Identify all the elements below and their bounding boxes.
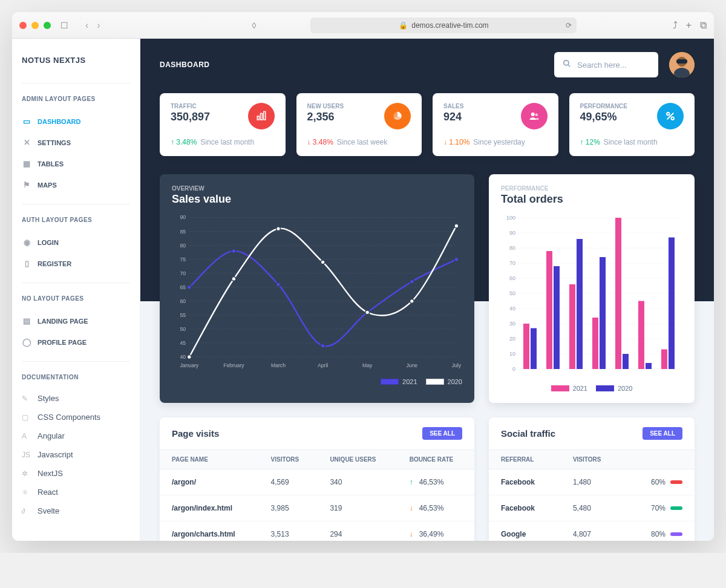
tabs-icon[interactable]: ⧉: [700, 20, 707, 31]
delta-since: Since last week: [337, 138, 387, 146]
sidebar-section-auth: AUTH LAYOUT PAGES: [22, 217, 130, 223]
maximize-window-icon[interactable]: [44, 22, 51, 29]
chart-overline: OVERVIEW: [172, 185, 462, 192]
table-row: /argon/index.html 3,985 319 ↓ 46,53%: [160, 495, 474, 521]
new-tab-icon[interactable]: +: [686, 20, 692, 31]
tools-icon: ✕: [22, 138, 31, 147]
bounce-rate: ↓ 46,53%: [397, 495, 474, 521]
delta-value: ↓ 1.10%: [443, 138, 469, 146]
doc-item-svelte[interactable]: ∂Svelte: [22, 501, 130, 520]
stat-card: TRAFFIC 350,897 ↑ 3.48% Since last month: [160, 93, 286, 156]
svg-point-54: [365, 310, 370, 315]
sidebar-item-dashboard[interactable]: ▭DASHBOARD: [22, 111, 130, 132]
doc-item-styles[interactable]: ✎Styles: [22, 389, 130, 408]
pie-chart-icon: [384, 103, 411, 129]
svg-rect-8: [263, 112, 265, 120]
paint-icon: ✎: [22, 394, 31, 403]
doc-item-angular[interactable]: AAngular: [22, 426, 130, 445]
svg-text:20: 20: [509, 336, 515, 342]
svg-text:75: 75: [180, 256, 186, 263]
react-icon: ⚛: [22, 488, 31, 497]
shield-icon[interactable]: ◊: [248, 19, 260, 31]
svg-text:10: 10: [509, 351, 515, 357]
unique-users: 319: [318, 495, 397, 521]
doc-item-nextjs[interactable]: ✲NextJS: [22, 464, 130, 483]
svg-text:50: 50: [180, 326, 186, 332]
delta-since: Since last month: [604, 138, 658, 146]
share-icon[interactable]: ⤴: [673, 20, 678, 31]
svg-point-52: [276, 227, 281, 231]
back-icon[interactable]: ‹: [83, 20, 91, 31]
svg-text:February: February: [223, 362, 244, 368]
legend-item: 2020: [596, 385, 632, 392]
bar-chart-icon: [248, 103, 275, 129]
forward-icon[interactable]: ›: [94, 20, 102, 31]
svg-rect-6: [257, 116, 259, 120]
close-window-icon[interactable]: [19, 22, 27, 29]
sidebar-item-profile[interactable]: ◯PROFILE PAGE: [22, 332, 130, 353]
svg-point-10: [535, 114, 538, 117]
bounce-rate: ↑ 46,53%: [397, 469, 474, 495]
doc-item-react[interactable]: ⚛React: [22, 483, 130, 501]
url-bar[interactable]: 🔒 demos.creative-tim.com ⟳: [310, 18, 577, 33]
sidebar-section-nolayout: NO LAYOUT PAGES: [22, 295, 130, 302]
chart-overline: PERFORMANCE: [501, 185, 682, 192]
svg-point-12: [667, 113, 670, 116]
table-title: Page visits: [172, 428, 219, 439]
svg-text:70: 70: [180, 270, 186, 276]
browser-chrome: ☐ ‹ › ◊ 🔒 demos.creative-tim.com ⟳ ⤴ + ⧉: [12, 12, 714, 39]
table-row: Facebook 5,480 70%: [489, 495, 695, 521]
svg-text:45: 45: [180, 340, 186, 346]
svg-text:80: 80: [180, 243, 186, 249]
sidebar-item-login[interactable]: ◉LOGIN: [22, 232, 130, 253]
see-all-button[interactable]: SEE ALL: [643, 427, 682, 440]
stat-value: 924: [443, 111, 463, 123]
search-box[interactable]: [554, 52, 658, 77]
svg-text:40: 40: [509, 305, 515, 312]
svg-rect-79: [523, 324, 529, 369]
svg-rect-87: [615, 218, 621, 369]
delta-value: ↑ 12%: [580, 138, 600, 146]
sidebar-toggle-icon[interactable]: ☐: [57, 19, 72, 31]
minimize-window-icon[interactable]: [31, 22, 39, 29]
svg-line-1: [568, 65, 571, 67]
stat-value: 2,356: [307, 111, 344, 123]
visitors: 4,807: [561, 521, 626, 541]
svg-rect-91: [661, 350, 667, 370]
svg-text:55: 55: [180, 312, 186, 318]
sidebar-item-maps[interactable]: ⚑MAPS: [22, 174, 130, 195]
brand-logo[interactable]: NOTUS NEXTJS: [22, 56, 130, 65]
reload-icon[interactable]: ⟳: [566, 21, 572, 30]
user-circle-icon: ◯: [22, 338, 31, 347]
page-title: DASHBOARD: [160, 60, 210, 69]
avatar[interactable]: [669, 52, 695, 77]
doc-item-css[interactable]: ▢CSS Components: [22, 408, 130, 426]
see-all-button[interactable]: SEE ALL: [422, 427, 462, 440]
stat-value: 350,897: [171, 111, 210, 123]
legend-item: 2021: [381, 378, 417, 385]
svg-text:July: July: [452, 362, 462, 368]
search-input[interactable]: [577, 60, 679, 70]
sidebar-section-docs: DOCUMENTATION: [22, 374, 130, 381]
chart-title: Total orders: [501, 193, 682, 206]
referral: Facebook: [489, 469, 561, 495]
newspaper-icon: ▤: [22, 316, 31, 325]
sidebar-item-landing[interactable]: ▤LANDING PAGE: [22, 310, 130, 332]
svg-rect-86: [600, 257, 606, 369]
doc-item-js[interactable]: JSJavascript: [22, 445, 130, 464]
users-icon: [521, 103, 548, 129]
stat-card: SALES 924 ↓ 1.10% Since yesterday: [433, 93, 558, 156]
browser-window: ☐ ‹ › ◊ 🔒 demos.creative-tim.com ⟳ ⤴ + ⧉…: [12, 12, 714, 541]
svg-text:90: 90: [180, 214, 186, 220]
sidebar-item-settings[interactable]: ✕SETTINGS: [22, 132, 130, 153]
traffic-lights: [19, 22, 51, 29]
sidebar-item-tables[interactable]: ▦TABLES: [22, 153, 130, 174]
bar-chart: 0102030405060708090100: [501, 212, 682, 381]
sidebar-item-register[interactable]: ▯REGISTER: [22, 253, 130, 274]
chart-title: Sales value: [172, 193, 462, 206]
svg-rect-82: [554, 266, 560, 369]
angular-icon: A: [22, 432, 31, 440]
stat-value: 49,65%: [580, 111, 627, 123]
page-name: /argon/: [160, 469, 259, 495]
stat-label: PERFORMANCE: [580, 103, 627, 109]
